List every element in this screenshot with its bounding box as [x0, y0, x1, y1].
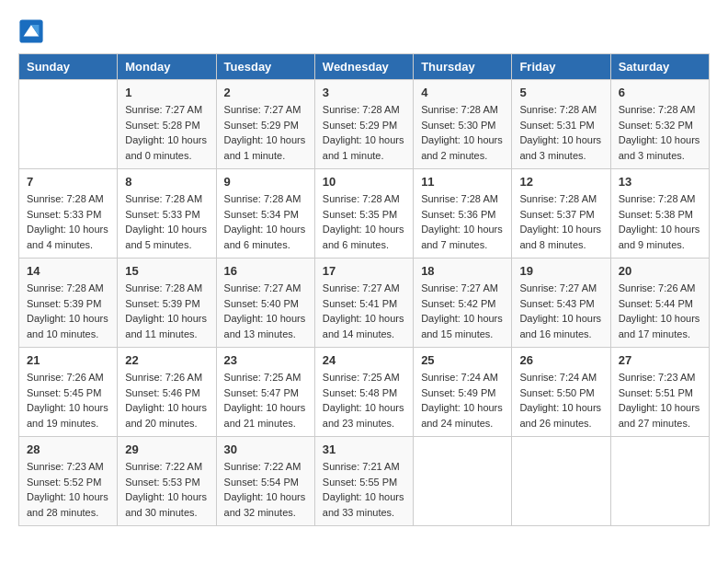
day-info: Sunrise: 7:23 AM Sunset: 5:52 PM Dayligh… — [27, 459, 109, 520]
day-info: Sunrise: 7:28 AM Sunset: 5:36 PM Dayligh… — [421, 191, 504, 252]
day-info: Sunrise: 7:27 AM Sunset: 5:29 PM Dayligh… — [224, 102, 307, 163]
day-number: 17 — [323, 264, 405, 278]
calendar-week-row: 21Sunrise: 7:26 AM Sunset: 5:45 PM Dayli… — [19, 348, 710, 437]
calendar-cell: 6Sunrise: 7:28 AM Sunset: 5:32 PM Daylig… — [610, 80, 709, 169]
day-info: Sunrise: 7:28 AM Sunset: 5:38 PM Dayligh… — [619, 191, 701, 252]
day-number: 4 — [421, 86, 504, 99]
day-number: 28 — [27, 442, 109, 456]
day-number: 29 — [125, 442, 208, 456]
calendar-body: 1Sunrise: 7:27 AM Sunset: 5:28 PM Daylig… — [19, 80, 710, 526]
calendar-cell: 9Sunrise: 7:28 AM Sunset: 5:34 PM Daylig… — [216, 169, 314, 259]
weekday-header: Friday — [512, 54, 610, 80]
day-info: Sunrise: 7:28 AM Sunset: 5:37 PM Dayligh… — [519, 191, 602, 252]
day-number: 20 — [619, 264, 701, 278]
day-info: Sunrise: 7:21 AM Sunset: 5:55 PM Dayligh… — [323, 459, 405, 520]
weekday-header: Sunday — [19, 54, 118, 80]
calendar-header: SundayMondayTuesdayWednesdayThursdayFrid… — [19, 54, 710, 80]
calendar-cell: 25Sunrise: 7:24 AM Sunset: 5:49 PM Dayli… — [414, 348, 512, 437]
day-info: Sunrise: 7:28 AM Sunset: 5:29 PM Dayligh… — [323, 102, 405, 163]
day-number: 16 — [224, 264, 307, 278]
day-number: 19 — [519, 264, 602, 278]
day-number: 7 — [27, 175, 109, 189]
calendar-cell: 11Sunrise: 7:28 AM Sunset: 5:36 PM Dayli… — [414, 169, 512, 259]
weekday-header: Monday — [118, 54, 216, 80]
header-row: SundayMondayTuesdayWednesdayThursdayFrid… — [19, 54, 710, 80]
day-number: 3 — [323, 86, 405, 99]
day-info: Sunrise: 7:24 AM Sunset: 5:50 PM Dayligh… — [519, 370, 602, 431]
calendar-week-row: 1Sunrise: 7:27 AM Sunset: 5:28 PM Daylig… — [19, 80, 710, 169]
day-info: Sunrise: 7:22 AM Sunset: 5:53 PM Dayligh… — [125, 459, 208, 520]
day-number: 31 — [323, 442, 405, 456]
day-number: 22 — [125, 353, 208, 367]
logo-icon — [18, 18, 44, 44]
weekday-header: Thursday — [414, 54, 512, 80]
day-number: 15 — [125, 264, 208, 278]
day-number: 14 — [27, 264, 109, 278]
calendar-cell: 16Sunrise: 7:27 AM Sunset: 5:40 PM Dayli… — [216, 259, 314, 348]
day-info: Sunrise: 7:23 AM Sunset: 5:51 PM Dayligh… — [619, 370, 701, 431]
day-info: Sunrise: 7:28 AM Sunset: 5:32 PM Dayligh… — [619, 102, 701, 163]
calendar-cell: 10Sunrise: 7:28 AM Sunset: 5:35 PM Dayli… — [314, 169, 413, 259]
day-info: Sunrise: 7:24 AM Sunset: 5:49 PM Dayligh… — [421, 370, 504, 431]
day-number: 2 — [224, 86, 307, 99]
calendar-week-row: 7Sunrise: 7:28 AM Sunset: 5:33 PM Daylig… — [19, 169, 710, 259]
page-header — [18, 18, 710, 44]
day-info: Sunrise: 7:27 AM Sunset: 5:42 PM Dayligh… — [421, 281, 504, 341]
calendar-cell — [512, 437, 610, 526]
calendar-cell: 23Sunrise: 7:25 AM Sunset: 5:47 PM Dayli… — [216, 348, 314, 437]
calendar-cell: 29Sunrise: 7:22 AM Sunset: 5:53 PM Dayli… — [118, 437, 216, 526]
calendar-cell: 8Sunrise: 7:28 AM Sunset: 5:33 PM Daylig… — [118, 169, 216, 259]
calendar-cell — [19, 80, 118, 169]
calendar-cell: 7Sunrise: 7:28 AM Sunset: 5:33 PM Daylig… — [19, 169, 118, 259]
day-number: 26 — [519, 353, 602, 367]
day-info: Sunrise: 7:28 AM Sunset: 5:33 PM Dayligh… — [125, 191, 208, 252]
day-info: Sunrise: 7:25 AM Sunset: 5:47 PM Dayligh… — [224, 370, 307, 431]
calendar-cell: 15Sunrise: 7:28 AM Sunset: 5:39 PM Dayli… — [118, 259, 216, 348]
calendar-cell: 31Sunrise: 7:21 AM Sunset: 5:55 PM Dayli… — [314, 437, 413, 526]
day-info: Sunrise: 7:28 AM Sunset: 5:35 PM Dayligh… — [323, 191, 405, 252]
calendar-cell: 21Sunrise: 7:26 AM Sunset: 5:45 PM Dayli… — [19, 348, 118, 437]
day-number: 18 — [421, 264, 504, 278]
day-info: Sunrise: 7:22 AM Sunset: 5:54 PM Dayligh… — [224, 459, 307, 520]
calendar-cell: 28Sunrise: 7:23 AM Sunset: 5:52 PM Dayli… — [19, 437, 118, 526]
calendar-table: SundayMondayTuesdayWednesdayThursdayFrid… — [18, 53, 710, 526]
day-number: 21 — [27, 353, 109, 367]
weekday-header: Tuesday — [216, 54, 314, 80]
day-info: Sunrise: 7:27 AM Sunset: 5:43 PM Dayligh… — [519, 281, 602, 341]
calendar-cell: 12Sunrise: 7:28 AM Sunset: 5:37 PM Dayli… — [512, 169, 610, 259]
calendar-week-row: 28Sunrise: 7:23 AM Sunset: 5:52 PM Dayli… — [19, 437, 710, 526]
day-number: 24 — [323, 353, 405, 367]
calendar-cell: 13Sunrise: 7:28 AM Sunset: 5:38 PM Dayli… — [610, 169, 709, 259]
calendar-cell — [414, 437, 512, 526]
day-number: 27 — [619, 353, 701, 367]
logo — [18, 18, 46, 44]
calendar-cell: 17Sunrise: 7:27 AM Sunset: 5:41 PM Dayli… — [314, 259, 413, 348]
day-info: Sunrise: 7:27 AM Sunset: 5:41 PM Dayligh… — [323, 281, 405, 341]
weekday-header: Wednesday — [314, 54, 413, 80]
calendar-cell: 27Sunrise: 7:23 AM Sunset: 5:51 PM Dayli… — [610, 348, 709, 437]
calendar-cell: 5Sunrise: 7:28 AM Sunset: 5:31 PM Daylig… — [512, 80, 610, 169]
calendar-cell: 1Sunrise: 7:27 AM Sunset: 5:28 PM Daylig… — [118, 80, 216, 169]
day-number: 13 — [619, 175, 701, 189]
calendar-cell: 30Sunrise: 7:22 AM Sunset: 5:54 PM Dayli… — [216, 437, 314, 526]
calendar-cell — [610, 437, 709, 526]
day-number: 25 — [421, 353, 504, 367]
calendar-cell: 18Sunrise: 7:27 AM Sunset: 5:42 PM Dayli… — [414, 259, 512, 348]
day-number: 11 — [421, 175, 504, 189]
day-number: 5 — [519, 86, 602, 99]
day-number: 8 — [125, 175, 208, 189]
day-info: Sunrise: 7:28 AM Sunset: 5:33 PM Dayligh… — [27, 191, 109, 252]
calendar-week-row: 14Sunrise: 7:28 AM Sunset: 5:39 PM Dayli… — [19, 259, 710, 348]
weekday-header: Saturday — [610, 54, 709, 80]
calendar-cell: 24Sunrise: 7:25 AM Sunset: 5:48 PM Dayli… — [314, 348, 413, 437]
day-number: 12 — [519, 175, 602, 189]
day-number: 10 — [323, 175, 405, 189]
day-info: Sunrise: 7:27 AM Sunset: 5:28 PM Dayligh… — [125, 102, 208, 163]
day-number: 9 — [224, 175, 307, 189]
calendar-cell: 3Sunrise: 7:28 AM Sunset: 5:29 PM Daylig… — [314, 80, 413, 169]
calendar-cell: 22Sunrise: 7:26 AM Sunset: 5:46 PM Dayli… — [118, 348, 216, 437]
day-info: Sunrise: 7:28 AM Sunset: 5:39 PM Dayligh… — [27, 281, 109, 341]
day-info: Sunrise: 7:26 AM Sunset: 5:44 PM Dayligh… — [619, 281, 701, 341]
calendar-cell: 14Sunrise: 7:28 AM Sunset: 5:39 PM Dayli… — [19, 259, 118, 348]
day-number: 1 — [125, 86, 208, 99]
